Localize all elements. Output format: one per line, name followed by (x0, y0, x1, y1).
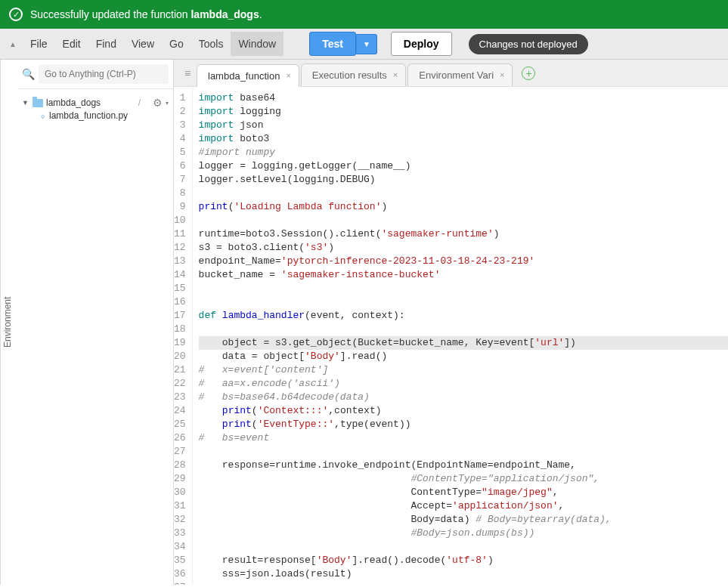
code-line-11[interactable]: runtime=boto3.Session().client('sagemake… (199, 227, 728, 241)
folder-slash: / (138, 97, 141, 108)
tab-label: Environment Vari (419, 70, 494, 81)
code-line-27[interactable] (199, 445, 728, 459)
code-line-6[interactable]: logger = logging.getLogger(__name__) (199, 159, 728, 173)
code-line-9[interactable]: print('Loading Lambda function') (199, 200, 728, 214)
gear-icon[interactable]: ⚙ (153, 97, 163, 109)
menu-edit[interactable]: Edit (55, 32, 88, 56)
menubar: ▲ FileEditFindViewGoToolsWindow Test ▼ D… (0, 29, 728, 60)
code-editor[interactable]: 1234567891011121314151617181920212223242… (174, 87, 728, 585)
tab-1[interactable]: Execution results× (301, 63, 406, 86)
tab-label: lambda_function (208, 70, 280, 82)
code-line-37[interactable] (199, 581, 728, 585)
test-dropdown-button[interactable]: ▼ (356, 34, 377, 54)
tab-bar: ≡ lambda_function×Execution results×Envi… (174, 60, 728, 87)
code-line-19[interactable]: object = s3.get_object(Bucket=bucket_nam… (199, 336, 728, 350)
menu-window[interactable]: Window (231, 32, 283, 56)
deploy-button[interactable]: Deploy (391, 32, 452, 56)
python-file-icon: ⬨ (40, 110, 45, 121)
code-line-13[interactable]: endpoint_Name='pytorch-inference-2023-11… (199, 255, 728, 268)
notification-text: Successfully updated the function lambda… (30, 8, 262, 20)
code-line-2[interactable]: import logging (199, 105, 728, 119)
code-line-1[interactable]: import base64 (199, 91, 728, 105)
menu-tools[interactable]: Tools (191, 32, 231, 56)
folder-row[interactable]: ▼ lambda_dogs / ⚙ ▾ (22, 95, 169, 110)
search-icon[interactable]: 🔍 (22, 68, 34, 80)
code-line-12[interactable]: s3 = boto3.client('s3') (199, 241, 728, 255)
close-icon[interactable]: × (286, 71, 290, 80)
folder-name: lambda_dogs (46, 97, 101, 108)
code-line-17[interactable]: def lambda_handler(event, context): (199, 309, 728, 323)
menu-find[interactable]: Find (88, 32, 124, 56)
code-line-31[interactable]: Accept='application/json', (199, 499, 728, 513)
code-line-28[interactable]: response=runtime.invoke_endpoint(Endpoin… (199, 459, 728, 472)
code-line-30[interactable]: ContentType="image/jpeg", (199, 486, 728, 499)
code-line-36[interactable]: sss=json.loads(result) (199, 567, 728, 581)
file-row[interactable]: ⬨ lambda_function.py (22, 110, 169, 121)
menu-view[interactable]: View (124, 32, 162, 56)
tab-0[interactable]: lambda_function× (197, 64, 299, 87)
folder-collapse-icon[interactable]: ▼ (22, 99, 29, 107)
gear-dropdown-icon[interactable]: ▾ (166, 100, 169, 107)
line-gutter: 1234567891011121314151617181920212223242… (174, 87, 193, 585)
file-explorer: 🔍 ▼ lambda_dogs / ⚙ ▾ ⬨ lambda_function.… (17, 60, 174, 585)
add-tab-button[interactable]: + (522, 66, 535, 80)
close-icon[interactable]: × (393, 70, 398, 79)
file-name: lambda_function.py (49, 110, 128, 121)
menu-file[interactable]: File (23, 32, 55, 56)
code-line-18[interactable] (199, 323, 728, 336)
code-line-4[interactable]: import boto3 (199, 132, 728, 146)
code-line-34[interactable] (199, 540, 728, 554)
code-line-32[interactable]: Body=data) # Body=bytearray(data), (199, 513, 728, 527)
changes-badge: Changes not deployed (469, 34, 588, 54)
code-line-21[interactable]: # x=event['content'] (199, 363, 728, 377)
tab-2[interactable]: Environment Vari× (407, 63, 513, 86)
code-line-20[interactable]: data = object['Body'].read() (199, 350, 728, 363)
code-line-8[interactable] (199, 187, 728, 200)
code-line-5[interactable]: #import numpy (199, 146, 728, 159)
collapse-caret-icon[interactable]: ▲ (6, 40, 20, 48)
code-line-15[interactable] (199, 282, 728, 295)
code-line-7[interactable]: logger.setLevel(logging.DEBUG) (199, 173, 728, 187)
code-line-33[interactable]: #Body=json.dumps(bs)) (199, 527, 728, 540)
code-line-16[interactable] (199, 295, 728, 309)
tab-list-icon[interactable]: ≡ (178, 67, 197, 79)
code-content[interactable]: import base64import loggingimport jsonim… (193, 87, 728, 585)
check-circle-icon: ✓ (9, 8, 23, 21)
close-icon[interactable]: × (500, 70, 504, 79)
success-notification: ✓ Successfully updated the function lamb… (0, 0, 728, 29)
test-button[interactable]: Test (309, 32, 356, 56)
code-line-14[interactable]: bucket_name = 'sagemaker-instance-bucket… (199, 268, 728, 282)
code-line-29[interactable]: #ContentType="application/json", (199, 472, 728, 486)
menu-go[interactable]: Go (162, 32, 191, 56)
tab-label: Execution results (312, 70, 387, 81)
code-line-3[interactable]: import json (199, 119, 728, 132)
code-line-10[interactable] (199, 214, 728, 227)
code-line-25[interactable]: print('EventType::',type(event)) (199, 418, 728, 431)
code-line-26[interactable]: # bs=event (199, 431, 728, 445)
code-line-24[interactable]: print('Context:::',context) (199, 404, 728, 418)
code-line-22[interactable]: # aa=x.encode('ascii') (199, 377, 728, 391)
environment-rail-tab[interactable]: Environment (0, 60, 17, 585)
search-input[interactable] (39, 64, 169, 84)
code-line-35[interactable]: result=response['Body'].read().decode('u… (199, 554, 728, 567)
code-line-23[interactable]: # bs=base64.b64decode(data) (199, 391, 728, 404)
folder-icon (33, 99, 43, 107)
